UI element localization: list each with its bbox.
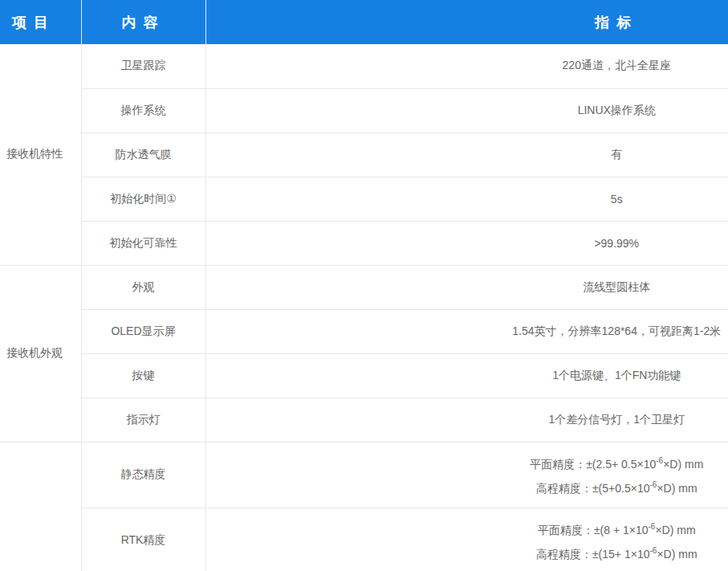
row-value: 平面精度：±(2.5+ 0.5×10-6×D) mm 高程精度：±(5+0.5×…: [205, 442, 728, 508]
group-label-receiver-features: 接收机特性: [0, 44, 81, 265]
header-col-spec: 指标: [205, 0, 728, 44]
row-value: 1.54英寸，分辨率128*64，可视距离1-2米: [205, 309, 728, 353]
group-label-receiver-appearance: 接收机外观: [0, 265, 81, 442]
table-header-row: 项目 内容 指标: [0, 0, 728, 44]
row-value: >99.99%: [205, 221, 728, 265]
row-value: LINUX操作系统: [205, 88, 728, 133]
row-name: OLED显示屏: [81, 309, 205, 353]
row-value: 5s: [205, 177, 728, 221]
table-row: 静态精度 平面精度：±(2.5+ 0.5×10-6×D) mm 高程精度：±(5…: [0, 442, 728, 508]
table-row: 接收机特性 卫星跟踪 220通道，北斗全星座: [0, 44, 728, 88]
row-name: 卫星跟踪: [81, 44, 205, 88]
table-row: 防水透气膜 有: [0, 133, 728, 177]
row-value-line: 高程精度：±(5+0.5×10-6×D) mm: [206, 475, 728, 499]
row-value-line: 平面精度：±(2.5+ 0.5×10-6×D) mm: [206, 451, 728, 475]
table-row: OLED显示屏 1.54英寸，分辨率128*64，可视距离1-2米: [0, 309, 728, 353]
group-label-precision: [0, 442, 81, 571]
row-name: 指示灯: [81, 398, 205, 442]
table-row: RTK精度 平面精度：±(8 + 1×10-6×D) mm 高程精度：±(15+…: [0, 508, 728, 571]
row-name: 初始化时间①: [81, 177, 205, 221]
table-row: 按键 1个电源键、1个FN功能键: [0, 353, 728, 398]
row-value: 1个电源键、1个FN功能键: [205, 353, 728, 398]
spec-table: 项目 内容 指标 接收机特性 卫星跟踪 220通道，北斗全星座 操作系统 LIN…: [0, 0, 728, 571]
table-row: 初始化时间① 5s: [0, 177, 728, 221]
row-name: 静态精度: [81, 442, 205, 508]
table-row: 指示灯 1个差分信号灯，1个卫星灯: [0, 398, 728, 442]
row-value-line: 高程精度：±(15+ 1×10-6×D) mm: [206, 540, 728, 565]
row-name: 按键: [81, 353, 205, 398]
table-row: 接收机外观 外观 流线型圆柱体: [0, 265, 728, 309]
row-name: 初始化可靠性: [81, 221, 205, 265]
row-name: RTK精度: [81, 508, 205, 571]
row-value: 220通道，北斗全星座: [205, 44, 728, 88]
row-name: 操作系统: [81, 88, 205, 133]
row-value: 流线型圆柱体: [205, 265, 728, 309]
row-value-line: 平面精度：±(8 + 1×10-6×D) mm: [206, 516, 728, 540]
row-name: 防水透气膜: [81, 133, 205, 177]
row-name: 外观: [81, 265, 205, 309]
table-row: 初始化可靠性 >99.99%: [0, 221, 728, 265]
table-row: 操作系统 LINUX操作系统: [0, 88, 728, 133]
row-value: 平面精度：±(8 + 1×10-6×D) mm 高程精度：±(15+ 1×10-…: [205, 508, 728, 571]
row-value: 有: [205, 133, 728, 177]
row-value: 1个差分信号灯，1个卫星灯: [205, 398, 728, 442]
header-col-content: 内容: [81, 0, 205, 44]
header-col-item: 项目: [0, 0, 81, 44]
